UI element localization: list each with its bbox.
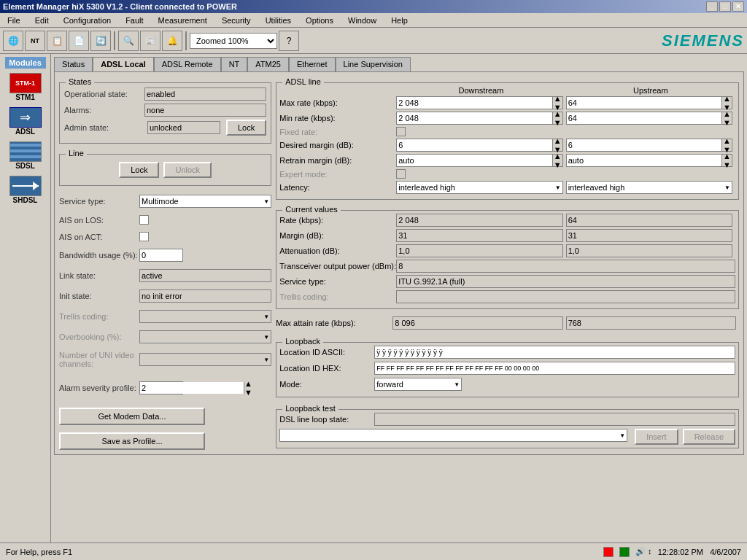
- max-attain-label: Max attain rate (kbps):: [276, 319, 392, 327]
- max-rate-downstream-spinner[interactable]: ▲▼: [396, 96, 562, 109]
- admin-state-input[interactable]: [147, 121, 220, 134]
- window-controls[interactable]: _ □ ✕: [706, 1, 744, 12]
- menu-security[interactable]: Security: [217, 15, 255, 26]
- menu-options[interactable]: Options: [301, 15, 338, 26]
- init-state-input[interactable]: [139, 289, 271, 303]
- adsl-col-headers: Downstream Upstream: [279, 86, 735, 95]
- menu-utilities[interactable]: Utilities: [261, 15, 295, 26]
- alarms-input[interactable]: [144, 104, 266, 117]
- toolbar-btn-8[interactable]: 🔔: [162, 31, 182, 51]
- location-ascii-input[interactable]: [374, 346, 735, 359]
- max-rate-downstream-col: ▲▼: [396, 96, 562, 109]
- max-rate-upstream-input[interactable]: [567, 97, 721, 109]
- left-panel: States Operational state: Alarms: Admin …: [59, 77, 271, 450]
- insert-button[interactable]: Insert: [635, 429, 678, 445]
- maximize-button[interactable]: □: [719, 1, 731, 12]
- latency-us-dropdown[interactable]: interleaved high ▼: [566, 181, 732, 194]
- sidebar-item-adsl[interactable]: ⇒ ADSL: [5, 106, 46, 137]
- min-rate-upstream-input[interactable]: [567, 112, 721, 124]
- operational-state-input[interactable]: [144, 88, 266, 101]
- min-rate-downstream-spinner[interactable]: ▲▼: [396, 112, 562, 125]
- min-rate-ds-spin[interactable]: ▲▼: [552, 112, 562, 124]
- tab-adsl-local[interactable]: ADSL Local: [93, 57, 154, 71]
- toolbar-btn-1[interactable]: 🌐: [3, 31, 23, 51]
- toolbar-btn-6[interactable]: 🔍: [118, 31, 139, 51]
- ais-los-row: AIS on LOS:: [59, 215, 271, 225]
- margin-ds-input: [396, 229, 562, 242]
- sidebar-item-shdsl[interactable]: SHDSL: [5, 174, 46, 206]
- min-rate-us-spin[interactable]: ▲▼: [721, 112, 732, 124]
- sidebar-item-stm1[interactable]: STM-1 STM1: [5, 71, 46, 103]
- retrain-margin-ds-spinner[interactable]: ▲▼: [396, 154, 562, 167]
- bandwidth-input[interactable]: [139, 249, 183, 262]
- desired-margin-ds-spin[interactable]: ▲▼: [552, 139, 562, 151]
- ais-los-checkbox[interactable]: [139, 215, 149, 225]
- desired-margin-us-spinner[interactable]: ▲▼: [566, 139, 732, 152]
- sidebar-item-sdsl[interactable]: SDSL: [5, 140, 46, 171]
- get-modem-button[interactable]: Get Modem Data...: [59, 408, 205, 425]
- ais-act-checkbox[interactable]: [139, 232, 149, 241]
- tab-nt[interactable]: NT: [221, 57, 248, 71]
- toolbar-btn-5[interactable]: 🔄: [90, 31, 111, 51]
- max-rate-upstream-spinner[interactable]: ▲▼: [566, 96, 732, 109]
- toolbar-btn-3[interactable]: 📋: [47, 31, 67, 51]
- toolbar-separator-2: [185, 31, 187, 50]
- desired-margin-ds-spinner[interactable]: ▲▼: [396, 139, 562, 152]
- fixed-rate-row: Fixed rate:: [279, 127, 735, 136]
- location-hex-input[interactable]: [374, 362, 735, 375]
- menu-file[interactable]: File: [3, 15, 25, 26]
- retrain-margin-us-spinner[interactable]: ▲▼: [566, 154, 732, 167]
- mode-dropdown[interactable]: forward ▼: [374, 378, 462, 391]
- alarm-severity-spinner[interactable]: ▲▼: [139, 381, 183, 394]
- toolbar-btn-7[interactable]: 📰: [140, 31, 160, 51]
- col-spacer: [279, 86, 396, 95]
- tab-atm25[interactable]: ATM25: [247, 57, 289, 71]
- menu-help[interactable]: Help: [387, 15, 412, 26]
- desired-margin-row: Desired margin (dB): ▲▼ ▲▼: [279, 139, 735, 152]
- alarm-severity-input[interactable]: [140, 382, 244, 394]
- menu-fault[interactable]: Fault: [121, 15, 147, 26]
- menu-window[interactable]: Window: [344, 15, 381, 26]
- max-rate-downstream-input[interactable]: [397, 97, 551, 109]
- uni-video-dropdown: ▼: [139, 353, 271, 366]
- max-attain-ds-col: [392, 316, 562, 330]
- help-button[interactable]: ?: [279, 31, 299, 51]
- menu-configuration[interactable]: Configuration: [59, 15, 115, 26]
- tab-adsl-remote[interactable]: ADSL Remote: [154, 57, 221, 71]
- retrain-margin-ds-spin[interactable]: ▲▼: [552, 155, 562, 166]
- zoom-select[interactable]: Zoomed 100%: [190, 33, 277, 49]
- toolbar-btn-2[interactable]: NT: [25, 31, 45, 51]
- min-rate-upstream-spinner[interactable]: ▲▼: [566, 112, 732, 125]
- min-rate-label: Min rate (kbps):: [279, 114, 396, 122]
- retrain-margin-us-input[interactable]: [567, 155, 721, 166]
- retrain-margin-us-spin[interactable]: ▲▼: [721, 155, 732, 166]
- desired-margin-us-spin[interactable]: ▲▼: [721, 139, 732, 151]
- retrain-margin-ds-input[interactable]: [397, 155, 551, 166]
- service-type-dropdown[interactable]: Multimode ▼: [139, 195, 271, 208]
- desired-margin-ds-input[interactable]: [397, 139, 551, 151]
- release-button[interactable]: Release: [683, 429, 735, 445]
- tab-status[interactable]: Status: [54, 57, 93, 71]
- desired-margin-us-input[interactable]: [567, 139, 721, 151]
- line-lock-button[interactable]: Lock: [119, 162, 159, 178]
- menu-measurement[interactable]: Measurement: [154, 15, 212, 26]
- cv-service-type-input: [396, 275, 735, 288]
- tab-line-supervision[interactable]: Line Supervision: [336, 57, 411, 71]
- states-title: States: [66, 77, 94, 86]
- close-button[interactable]: ✕: [732, 1, 744, 12]
- min-rate-downstream-input[interactable]: [397, 112, 551, 124]
- link-state-input[interactable]: [139, 269, 271, 282]
- tab-ethernet[interactable]: Ethernet: [289, 57, 336, 71]
- save-profile-button[interactable]: Save as Profile...: [59, 432, 205, 450]
- loopback-group: Loopback Location ID ASCII: Location ID …: [276, 342, 739, 397]
- latency-ds-dropdown[interactable]: interleaved high ▼: [396, 181, 562, 194]
- max-rate-ds-spin[interactable]: ▲▼: [552, 97, 562, 109]
- insert-dropdown[interactable]: ▼: [279, 429, 627, 442]
- max-rate-us-spin[interactable]: ▲▼: [721, 97, 732, 109]
- menu-edit[interactable]: Edit: [31, 15, 53, 26]
- alarm-severity-spin-btn[interactable]: ▲▼: [244, 382, 252, 394]
- lock-button[interactable]: Lock: [226, 120, 266, 136]
- toolbar-btn-4[interactable]: 📄: [69, 31, 89, 51]
- minimize-button[interactable]: _: [706, 1, 718, 12]
- line-unlock-button[interactable]: Unlock: [163, 162, 212, 178]
